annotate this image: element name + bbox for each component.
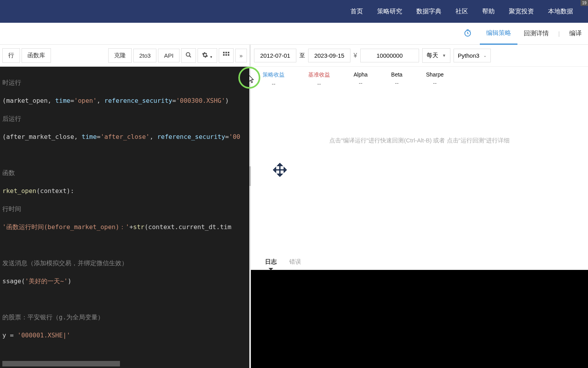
badge: 19	[581, 0, 588, 6]
log-panel: 日志 错误	[251, 254, 588, 368]
log-content[interactable]	[251, 270, 588, 368]
clone-button[interactable]: 克隆	[108, 48, 132, 63]
svg-rect-4	[228, 52, 229, 53]
svg-rect-2	[223, 52, 225, 53]
expand-icon[interactable]: »	[235, 49, 247, 62]
nav-strategy[interactable]: 策略研究	[370, 7, 409, 16]
tab-errors[interactable]: 错误	[283, 254, 307, 270]
code-editor[interactable]: 时运行 (market_open, time='open', reference…	[0, 67, 249, 368]
currency-symbol: ¥	[354, 52, 357, 59]
capital-input[interactable]	[360, 49, 419, 62]
api-button[interactable]: API	[158, 49, 179, 62]
editor-panel: 行 函数库 克隆 2to3 API ▼ » 时运行 (market_open, …	[0, 45, 249, 368]
tab-backtest-details[interactable]: 回测详情	[517, 23, 555, 45]
horizontal-scrollbar[interactable]	[2, 361, 120, 366]
date-to-input[interactable]	[308, 49, 350, 62]
chevron-down-icon: ⌄	[483, 53, 486, 58]
nav-local-data[interactable]: 本地数据	[541, 7, 580, 16]
svg-rect-3	[225, 52, 227, 53]
svg-rect-5	[223, 54, 225, 56]
clock-icon	[463, 29, 472, 38]
chart-hint-text: 点击"编译运行"进行快速回测(Ctrl-Alt-B) 或者 点击"运行回测"进行…	[251, 137, 588, 144]
top-navigation: 首页 策略研究 数据字典 社区 帮助 聚宽投资 本地数据	[0, 0, 588, 23]
results-panel: 至 ¥ 每天▼ Python3⌄ 策略收益-- 基准收益-- Alpha-- B…	[251, 45, 588, 368]
chevron-down-icon: ▼	[442, 53, 446, 58]
move-icon	[272, 162, 287, 179]
grid-icon[interactable]	[219, 48, 234, 63]
sub-navigation: 编辑策略 回测详情 | 编译	[0, 23, 588, 45]
nav-home[interactable]: 首页	[343, 7, 370, 16]
metric-sharpe: Sharpe--	[426, 71, 444, 87]
backtest-settings: 至 ¥ 每天▼ Python3⌄	[251, 45, 588, 67]
gear-icon[interactable]: ▼	[198, 48, 217, 63]
tab-edit-strategy[interactable]: 编辑策略	[480, 23, 517, 45]
date-from-input[interactable]	[254, 49, 296, 62]
metric-beta: Beta--	[391, 71, 403, 87]
svg-rect-7	[228, 54, 229, 56]
nav-community[interactable]: 社区	[448, 7, 475, 16]
editor-toolbar: 行 函数库 克隆 2to3 API ▼ »	[0, 45, 249, 67]
nav-help[interactable]: 帮助	[475, 7, 502, 16]
chart-area: 点击"编译运行"进行快速回测(Ctrl-Alt-B) 或者 点击"运行回测"进行…	[251, 92, 588, 254]
search-icon[interactable]	[181, 48, 196, 63]
2to3-button[interactable]: 2to3	[133, 49, 156, 62]
nav-data-dict[interactable]: 数据字典	[409, 7, 448, 16]
log-tabs: 日志 错误	[251, 254, 588, 270]
metric-alpha: Alpha--	[354, 71, 368, 87]
date-separator: 至	[299, 52, 305, 59]
metrics-row: 策略收益-- 基准收益-- Alpha-- Beta-- Sharpe--	[251, 67, 588, 92]
metric-strategy-return: 策略收益--	[263, 71, 285, 87]
main-content: 行 函数库 克隆 2to3 API ▼ » 时运行 (market_open, …	[0, 45, 588, 368]
frequency-select[interactable]: 每天▼	[422, 48, 450, 63]
divider: |	[558, 31, 560, 37]
nav-invest[interactable]: 聚宽投资	[502, 7, 541, 16]
metric-benchmark-return: 基准收益--	[308, 71, 330, 87]
library-button[interactable]: 函数库	[22, 48, 51, 63]
language-select[interactable]: Python3⌄	[454, 49, 491, 62]
svg-point-1	[186, 53, 190, 56]
tab-logs[interactable]: 日志	[259, 254, 283, 270]
run-button[interactable]: 行	[2, 48, 20, 63]
svg-rect-6	[225, 54, 227, 56]
tab-compile[interactable]: 编译	[563, 23, 588, 45]
